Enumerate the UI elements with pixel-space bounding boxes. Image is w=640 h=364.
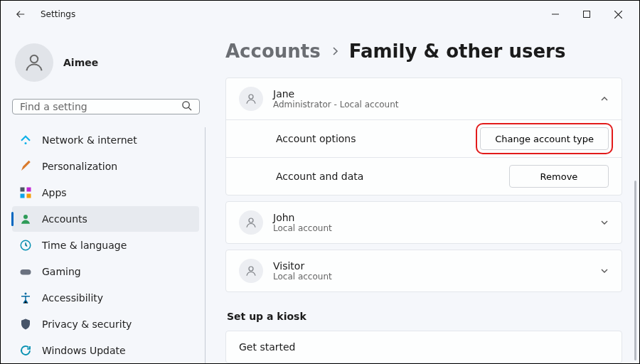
sidebar-item-label: Accounts (42, 213, 87, 225)
sidebar-item-accounts[interactable]: Accounts (12, 206, 199, 232)
svg-rect-5 (27, 188, 31, 192)
svg-rect-6 (21, 194, 25, 198)
svg-rect-0 (584, 11, 590, 18)
scrollbar-indicator[interactable] (634, 181, 636, 360)
sidebar-item-label: Apps (42, 187, 67, 198)
svg-point-13 (249, 218, 253, 223)
search-input[interactable] (20, 101, 181, 112)
user-card-visitor: Visitor Local account (225, 250, 622, 292)
user-avatar (239, 210, 263, 235)
sidebar-item-accessibility[interactable]: Accessibility (12, 285, 199, 311)
sidebar-item-label: Windows Update (42, 345, 126, 356)
kiosk-section-title: Set up a kiosk (227, 311, 622, 322)
sidebar-item-label: Gaming (42, 266, 81, 277)
minimize-button[interactable] (540, 4, 571, 25)
chevron-down-icon (600, 216, 609, 230)
profile-name: Aimee (63, 57, 98, 68)
search-icon (181, 100, 192, 114)
user-name: Visitor (273, 260, 590, 272)
breadcrumb-current: Family & other users (349, 41, 566, 62)
user-subtitle: Administrator - Local account (273, 100, 590, 109)
shield-icon (19, 318, 32, 331)
profile-block[interactable]: Aimee (12, 28, 200, 99)
sidebar-item-label: Time & language (42, 240, 127, 251)
user-name: John (273, 212, 590, 223)
user-row[interactable]: John Local account (226, 202, 622, 243)
chevron-right-icon (331, 45, 339, 58)
maximize-button[interactable] (571, 4, 602, 25)
sidebar-item-update[interactable]: Windows Update (12, 338, 199, 363)
kiosk-card: Get started (225, 331, 622, 363)
svg-point-11 (25, 293, 27, 295)
user-subtitle: Local account (273, 223, 590, 233)
maximize-icon (583, 11, 590, 18)
sidebar-item-label: Privacy & security (42, 318, 132, 330)
svg-point-8 (23, 215, 28, 219)
sidebar-item-privacy[interactable]: Privacy & security (12, 311, 199, 337)
back-button[interactable] (11, 4, 31, 24)
gamepad-icon (19, 265, 32, 278)
close-button[interactable] (602, 4, 634, 25)
profile-avatar (15, 43, 53, 82)
user-row[interactable]: Jane Administrator - Local account (226, 78, 622, 119)
account-data-label: Account and data (276, 171, 363, 182)
breadcrumb: Accounts Family & other users (225, 41, 622, 62)
accounts-icon (19, 213, 32, 225)
sidebar-item-apps[interactable]: Apps (12, 180, 199, 205)
svg-point-12 (249, 95, 253, 99)
chevron-up-icon (600, 92, 609, 106)
sidebar-item-label: Accessibility (42, 292, 103, 304)
svg-point-2 (183, 101, 189, 107)
arrow-left-icon (16, 9, 26, 19)
sidebar-item-label: Network & internet (42, 134, 137, 146)
user-avatar (239, 259, 263, 283)
search-field[interactable] (12, 99, 200, 114)
breadcrumb-parent[interactable]: Accounts (225, 41, 321, 62)
remove-button[interactable]: Remove (509, 165, 609, 188)
sidebar-item-time[interactable]: Time & language (12, 232, 199, 258)
kiosk-row[interactable]: Get started (226, 331, 622, 363)
change-account-type-button[interactable]: Change account type (480, 127, 609, 150)
minimize-icon (552, 11, 559, 18)
user-card-jane: Jane Administrator - Local account Accou… (225, 77, 622, 196)
svg-rect-4 (21, 188, 25, 192)
get-started-label: Get started (239, 341, 296, 353)
account-options-label: Account options (276, 133, 356, 144)
close-icon (614, 11, 622, 18)
user-subtitle: Local account (273, 272, 590, 282)
update-icon (19, 344, 32, 357)
person-icon (23, 52, 45, 73)
user-name: Jane (273, 88, 590, 100)
window-title: Settings (41, 9, 75, 19)
clock-globe-icon (19, 239, 32, 252)
user-avatar (239, 87, 263, 111)
user-card-john: John Local account (225, 201, 622, 244)
paintbrush-icon (19, 160, 32, 173)
user-row[interactable]: Visitor Local account (226, 250, 622, 291)
sidebar-item-gaming[interactable]: Gaming (12, 259, 199, 284)
sidebar-item-label: Personalization (42, 161, 117, 172)
svg-rect-10 (21, 269, 31, 275)
sidebar-item-personalization[interactable]: Personalization (12, 154, 199, 179)
svg-point-3 (25, 142, 27, 144)
chevron-down-icon (600, 264, 609, 278)
apps-icon (19, 186, 32, 199)
sidebar-item-network[interactable]: Network & internet (12, 127, 199, 153)
svg-rect-7 (27, 194, 31, 198)
accessibility-icon (19, 291, 32, 304)
svg-point-14 (249, 267, 253, 271)
svg-point-1 (31, 55, 38, 63)
wifi-icon (19, 134, 32, 146)
